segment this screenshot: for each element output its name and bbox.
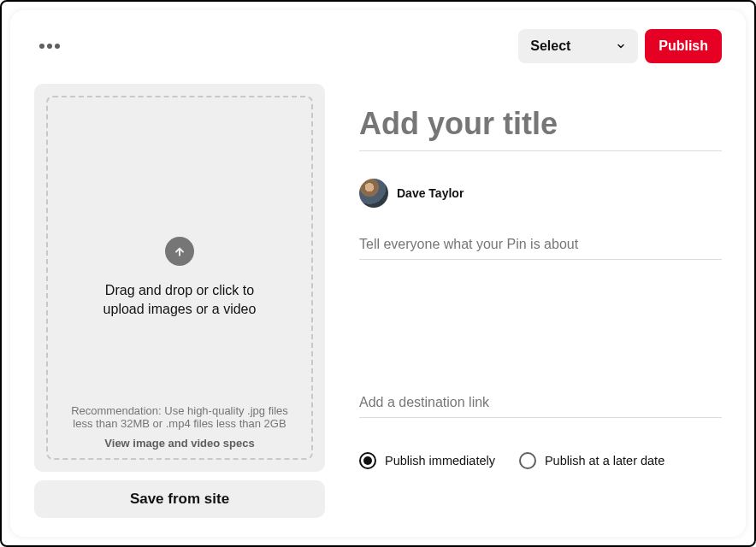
chevron-down-icon [616,41,626,51]
description-input[interactable] [359,230,722,260]
upload-icon [165,237,194,266]
upload-footer: Recommendation: Use high-quality .jpg fi… [48,404,311,450]
upload-instruction-text: Drag and drop or click to upload images … [90,281,269,318]
publish-button[interactable]: Publish [645,29,722,63]
arrow-up-icon [173,244,186,258]
user-info: Dave Taylor [359,179,722,208]
radio-icon [519,452,536,469]
radio-icon [359,452,376,469]
radio-label: Publish at a later date [545,454,664,468]
radio-publish-immediately[interactable]: Publish immediately [359,452,495,469]
topbar-actions: Select Publish [518,29,722,63]
user-name-label: Dave Taylor [397,186,464,200]
destination-link-input[interactable] [359,388,722,418]
right-column: Dave Taylor Publish immediately Publish … [359,84,722,518]
save-from-site-button[interactable]: Save from site [34,480,325,518]
radio-publish-later[interactable]: Publish at a later date [519,452,664,469]
content-area: Drag and drop or click to upload images … [34,84,722,518]
upload-dropzone[interactable]: Drag and drop or click to upload images … [46,96,313,460]
board-select-label: Select [530,38,570,54]
upload-recommendation-text: Recommendation: Use high-quality .jpg fi… [60,404,299,430]
title-input[interactable] [359,101,722,151]
pin-builder-card: Select Publish Drag and drop or click to… [10,10,746,537]
ellipsis-icon [39,44,44,49]
upload-panel: Drag and drop or click to upload images … [34,84,325,472]
more-options-button[interactable] [34,40,65,52]
view-specs-link[interactable]: View image and video specs [104,437,254,450]
board-select-dropdown[interactable]: Select [518,29,638,63]
left-column: Drag and drop or click to upload images … [34,84,325,518]
schedule-options: Publish immediately Publish at a later d… [359,452,722,469]
topbar: Select Publish [34,29,722,63]
radio-label: Publish immediately [385,454,495,468]
avatar [359,179,388,208]
